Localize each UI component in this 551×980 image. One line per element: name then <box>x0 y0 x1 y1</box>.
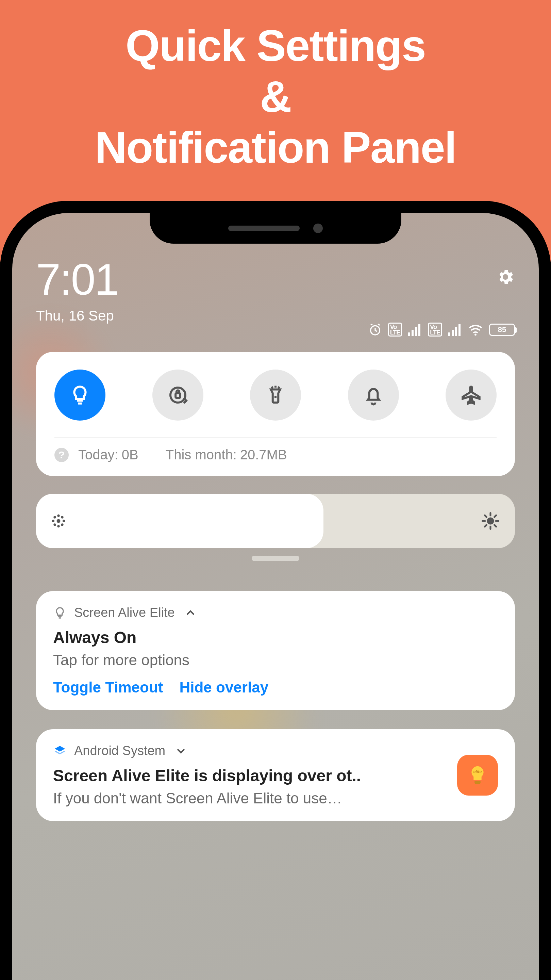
flashlight-icon <box>264 384 287 406</box>
status-header: 7:01 Thu, 16 Sep <box>36 257 515 324</box>
notification-title: Always On <box>53 628 498 647</box>
notch <box>150 213 401 243</box>
svg-point-0 <box>475 334 476 336</box>
svg-point-3 <box>57 519 60 522</box>
chevron-down-icon[interactable] <box>174 744 188 758</box>
camera-dot <box>313 224 323 233</box>
brightness-fill <box>36 494 324 548</box>
notification-app-name: Android System <box>74 743 165 758</box>
notification-subtitle: If you don't want Screen Alive Elite to … <box>53 790 447 807</box>
divider <box>54 437 497 438</box>
brightness-low-icon <box>51 514 66 528</box>
lightbulb-icon <box>53 606 67 620</box>
app-icon-screen-alive-elite: elite <box>457 755 498 795</box>
lightbulb-icon <box>69 384 91 406</box>
hero-line-2: & <box>0 72 551 123</box>
airplane-icon <box>460 384 482 406</box>
volte-badge-2: VoLTE <box>428 323 442 337</box>
volte-badge-1: VoLTE <box>388 323 402 337</box>
action-hide-overlay[interactable]: Hide overlay <box>179 679 268 696</box>
notification-screen-alive[interactable]: Screen Alive Elite Always On Tap for mor… <box>36 591 515 710</box>
panel-drag-handle[interactable] <box>252 556 299 561</box>
data-today-value: 0B <box>122 447 138 463</box>
qs-tile-dnd[interactable] <box>348 369 399 421</box>
chevron-up-icon[interactable] <box>184 606 197 620</box>
lightbulb-icon: elite <box>465 763 489 787</box>
svg-point-9 <box>61 524 63 526</box>
layers-icon <box>53 744 67 758</box>
svg-point-12 <box>487 518 494 524</box>
notification-subtitle: Tap for more options <box>53 652 498 669</box>
notification-app-name: Screen Alive Elite <box>74 605 175 620</box>
data-month-value: 20.7MB <box>240 447 287 463</box>
clock: 7:01 <box>36 257 118 301</box>
status-bar-icons: VoLTE VoLTE 85 <box>368 323 515 337</box>
rotation-lock-icon <box>167 384 189 406</box>
wifi-icon <box>468 324 483 336</box>
hero-line-1: Quick Settings <box>0 21 551 72</box>
qs-tile-flashlight[interactable] <box>250 369 301 421</box>
speaker-grill <box>228 226 300 231</box>
alarm-icon <box>368 323 382 337</box>
date: Thu, 16 Sep <box>36 308 118 324</box>
help-icon: ? <box>54 448 69 462</box>
svg-point-4 <box>57 515 60 517</box>
hero-title: Quick Settings & Notification Panel <box>0 0 551 173</box>
svg-point-8 <box>54 516 56 518</box>
qs-tile-rotation-lock[interactable] <box>152 369 203 421</box>
action-toggle-timeout[interactable]: Toggle Timeout <box>53 679 163 696</box>
signal-icon-1 <box>408 324 422 336</box>
signal-icon-2 <box>448 324 462 336</box>
quick-settings-card: ? Today: 0B This month: 20.7MB <box>36 352 515 476</box>
svg-point-11 <box>61 516 63 518</box>
qs-tile-light[interactable] <box>54 369 105 421</box>
brightness-high-icon <box>481 511 500 530</box>
settings-button[interactable] <box>496 267 515 288</box>
battery-indicator: 85 <box>489 324 515 336</box>
svg-point-10 <box>54 524 56 526</box>
notification-title: Screen Alive Elite is displaying over ot… <box>53 766 447 785</box>
qs-tile-airplane[interactable] <box>446 369 497 421</box>
data-today-label: Today: <box>78 447 118 463</box>
svg-rect-2 <box>176 393 180 398</box>
svg-point-6 <box>52 520 54 522</box>
bell-icon <box>362 384 385 406</box>
hero-line-3: Notification Panel <box>0 122 551 173</box>
svg-text:elite: elite <box>473 769 482 774</box>
brightness-slider[interactable] <box>36 494 515 548</box>
svg-point-5 <box>57 525 60 527</box>
gear-icon <box>496 267 515 286</box>
data-usage-row[interactable]: ? Today: 0B This month: 20.7MB <box>54 447 497 463</box>
battery-percent: 85 <box>498 325 506 334</box>
notification-android-system[interactable]: Android System Screen Alive Elite is dis… <box>36 729 515 821</box>
svg-point-7 <box>63 520 65 522</box>
data-month-label: This month: <box>166 447 237 463</box>
phone-screen: 7:01 Thu, 16 Sep VoLTE VoLTE 85 <box>12 213 539 980</box>
phone-frame: 7:01 Thu, 16 Sep VoLTE VoLTE 85 <box>0 201 551 980</box>
